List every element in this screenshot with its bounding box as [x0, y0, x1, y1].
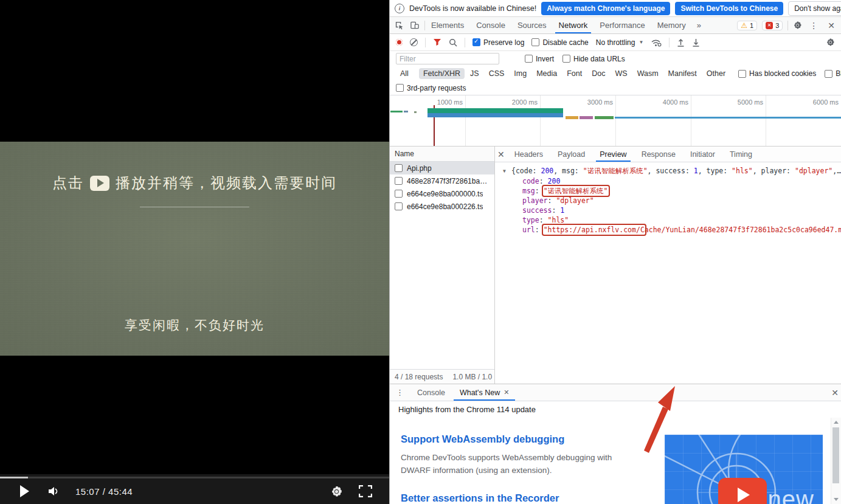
type-filter-media[interactable]: Media [532, 68, 561, 79]
detail-tab-initiator[interactable]: Initiator [683, 147, 722, 162]
timeline-tick-label: 4000 ms [646, 98, 688, 106]
invert-checkbox[interactable] [525, 55, 533, 63]
type-filter-css[interactable]: CSS [485, 68, 509, 79]
scroll-down-icon[interactable] [834, 498, 839, 501]
hide-data-urls-toggle[interactable]: Hide data URLs [562, 55, 625, 63]
disable-cache-checkbox[interactable] [531, 38, 539, 46]
request-row[interactable]: Api.php [390, 162, 494, 174]
type-filter-wasm[interactable]: Wasm [633, 68, 663, 79]
has-blocked-cookies-checkbox[interactable] [738, 70, 746, 78]
whats-new-video-thumbnail[interactable]: new [665, 435, 823, 504]
record-icon[interactable] [396, 39, 403, 46]
search-icon[interactable] [449, 38, 457, 47]
detail-close-icon[interactable]: ✕ [495, 150, 507, 159]
info-icon: i [395, 4, 404, 13]
player-settings-icon[interactable] [330, 485, 343, 498]
request-checkbox[interactable] [395, 190, 403, 198]
request-checkbox[interactable] [395, 164, 403, 172]
type-filter-js[interactable]: JS [466, 68, 483, 79]
type-filter-font[interactable]: Font [562, 68, 586, 79]
fullscreen-icon[interactable] [359, 485, 372, 497]
preserve-log-checkbox[interactable] [472, 38, 480, 46]
scrollbar-thumb[interactable] [832, 427, 839, 483]
json-token: msg [522, 187, 535, 195]
json-token: : [539, 216, 548, 224]
disable-cache-toggle[interactable]: Disable cache [531, 38, 588, 47]
tab-network[interactable]: Network [553, 17, 594, 33]
network-overview-timeline[interactable]: 1000 ms2000 ms3000 ms4000 ms5000 ms6000 … [390, 95, 841, 147]
network-settings-gear-icon[interactable] [826, 38, 835, 47]
third-party-toggle[interactable]: 3rd-party requests [396, 84, 466, 92]
more-tabs-icon[interactable]: » [692, 17, 706, 33]
whats-new-section-title[interactable]: Support WebAssembly debugging [401, 433, 638, 445]
type-filter-other[interactable]: Other [702, 68, 730, 79]
hide-data-urls-checkbox[interactable] [562, 55, 570, 63]
dont-show-again-button[interactable]: Don't show again [788, 1, 841, 16]
tab-close-icon[interactable]: ✕ [504, 388, 509, 396]
tab-sources[interactable]: Sources [511, 17, 553, 33]
request-list-header[interactable]: Name [390, 147, 494, 162]
warning-icon: ⚠ [741, 22, 747, 29]
blocked-requests-checkbox[interactable] [825, 70, 832, 78]
invert-toggle[interactable]: Invert [525, 55, 554, 63]
settings-gear-icon[interactable] [793, 21, 802, 30]
timeline-gridline [691, 95, 691, 146]
tab-memory[interactable]: Memory [651, 17, 692, 33]
devtools-close-icon[interactable]: ✕ [825, 21, 837, 30]
drawer-tab-console[interactable]: Console [410, 384, 452, 401]
network-conditions-icon[interactable] [651, 38, 662, 47]
tab-performance[interactable]: Performance [594, 17, 651, 33]
json-token: 1 [694, 167, 698, 175]
match-language-button[interactable]: Always match Chrome's language [541, 2, 670, 15]
errors-badge[interactable]: ✕ 3 [762, 21, 783, 30]
clear-icon[interactable] [410, 38, 418, 46]
inspect-element-icon[interactable] [395, 21, 404, 30]
drawer-menu-icon[interactable]: ⋮ [390, 384, 410, 401]
import-har-icon[interactable] [677, 38, 685, 47]
third-party-checkbox[interactable] [396, 84, 404, 92]
filter-funnel-icon[interactable] [433, 38, 441, 46]
detail-tab-timing[interactable]: Timing [722, 147, 760, 162]
request-row[interactable]: 468e28747f3f72861ba2c5... [390, 174, 494, 187]
request-checkbox[interactable] [395, 177, 403, 185]
detail-tab-response[interactable]: Response [634, 147, 683, 162]
filter-check-has-blocked-cookies[interactable]: Has blocked cookies [738, 69, 816, 78]
tab-console[interactable]: Console [470, 17, 511, 33]
request-row[interactable]: e664ce9e8ba000000.ts [390, 187, 494, 200]
switch-devtools-button[interactable]: Switch DevTools to Chinese [675, 2, 783, 15]
device-toolbar-icon[interactable] [410, 21, 420, 30]
type-filter-ws[interactable]: WS [611, 68, 631, 79]
tab-elements[interactable]: Elements [425, 17, 470, 33]
overlay-text-prefix: 点击 [52, 173, 84, 193]
whats-new-scrollbar[interactable] [831, 418, 841, 504]
play-button[interactable] [20, 485, 29, 497]
progress-bar[interactable] [0, 477, 389, 478]
request-row[interactable]: e664ce9e8ba000226.ts [390, 200, 494, 213]
expand-arrow-icon[interactable]: ▼ [503, 167, 511, 176]
request-checkbox[interactable] [395, 202, 403, 210]
detail-tab-headers[interactable]: Headers [507, 147, 550, 162]
overlay-text-suffix: 播放并稍等，视频载入需要时间 [116, 173, 337, 193]
detail-tab-payload[interactable]: Payload [550, 147, 592, 162]
scroll-up-icon[interactable] [834, 421, 839, 424]
throttling-select[interactable]: No throttling ▼ [596, 38, 644, 47]
preview-json-tree[interactable]: ▼{code: 200, msg: "诺讯智能解析系统", success: 1… [495, 162, 841, 384]
detail-tab-preview[interactable]: Preview [592, 147, 634, 162]
type-filter-img[interactable]: Img [510, 68, 531, 79]
filter-check-blocked-requests[interactable]: Blocked Requests [825, 69, 841, 78]
volume-icon[interactable] [47, 486, 60, 497]
devtools-menu-icon[interactable]: ⋮ [807, 21, 820, 30]
export-har-icon[interactable] [692, 38, 700, 47]
whats-new-section-title[interactable]: Better assertions in the Recorder [401, 492, 638, 504]
timeline-tick-label: 5000 ms [721, 98, 763, 106]
type-filter-fetch-xhr[interactable]: Fetch/XHR [419, 68, 465, 79]
drawer-tab-what-s-new[interactable]: What's New✕ [452, 384, 517, 401]
drawer-close-icon[interactable]: ✕ [829, 388, 841, 398]
type-filter-manifest[interactable]: Manifest [664, 68, 701, 79]
type-filter-all[interactable]: All [396, 68, 413, 79]
filter-input[interactable] [396, 53, 499, 64]
preserve-log-toggle[interactable]: Preserve log [472, 38, 524, 47]
type-filter-doc[interactable]: Doc [587, 68, 609, 79]
warnings-badge[interactable]: ⚠ 1 [737, 21, 757, 30]
video-player[interactable]: 点击 播放并稍等，视频载入需要时间 享受闲暇，不负好时光 15:07 / 45:… [0, 0, 389, 504]
